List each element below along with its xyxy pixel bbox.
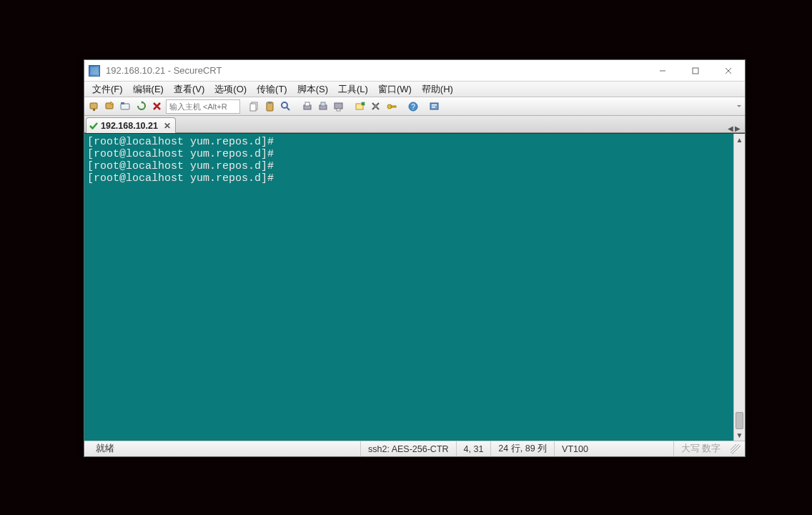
svg-point-15 (282, 102, 287, 108)
svg-point-26 (374, 104, 377, 108)
connect-tab-icon (120, 101, 132, 112)
terminal-area: [root@localhost yum.repos.d]#[root@local… (84, 133, 745, 441)
scroll-up-icon[interactable]: ▲ (734, 134, 745, 145)
disconnect-icon (152, 101, 163, 112)
svg-rect-18 (305, 102, 310, 106)
print-button[interactable] (300, 99, 315, 114)
svg-rect-12 (250, 104, 256, 111)
connect-icon (89, 101, 100, 112)
svg-rect-22 (337, 109, 340, 111)
menu-file[interactable]: 文件(F) (87, 82, 128, 97)
menu-edit[interactable]: 编辑(E) (128, 82, 169, 97)
svg-line-16 (287, 107, 289, 110)
reconnect-button[interactable] (134, 99, 149, 114)
status-cursor: 4, 31 (456, 441, 491, 456)
menu-script[interactable]: 脚本(S) (292, 82, 333, 97)
print-screen-button[interactable] (332, 99, 346, 114)
svg-rect-21 (335, 103, 342, 109)
reconnect-icon (136, 101, 147, 112)
app-icon (89, 65, 100, 77)
svg-rect-8 (121, 102, 124, 104)
scroll-down-icon[interactable]: ▼ (734, 429, 745, 441)
disconnect-button[interactable] (150, 99, 164, 114)
svg-rect-7 (121, 104, 129, 109)
svg-rect-5 (93, 109, 95, 111)
minimize-button[interactable] (646, 60, 679, 82)
print-icon (302, 101, 313, 112)
terminal-line: [root@localhost yum.repos.d]# (87, 160, 731, 172)
menu-view[interactable]: 查看(V) (169, 82, 209, 97)
close-button[interactable] (712, 60, 745, 82)
copy-button[interactable] (247, 99, 262, 114)
tab-next-button[interactable]: ▶ (735, 124, 741, 132)
toolbar-overflow[interactable] (736, 99, 742, 114)
terminal[interactable]: [root@localhost yum.repos.d]#[root@local… (84, 134, 733, 441)
status-crypto: ssh2: AES-256-CTR (360, 441, 456, 456)
toolbar: ? (84, 97, 745, 116)
session-options-icon (370, 101, 382, 112)
scroll-thumb[interactable] (736, 412, 743, 429)
session-options-button[interactable] (369, 99, 383, 114)
terminal-line: [root@localhost yum.repos.d]# (87, 172, 731, 185)
status-caps: 大写 数字 (673, 441, 728, 456)
help-icon: ? (407, 101, 419, 112)
find-icon (280, 101, 292, 112)
paste-icon (264, 101, 276, 112)
svg-rect-28 (391, 106, 396, 107)
connect-tab-button[interactable] (119, 99, 133, 114)
activator-button[interactable] (427, 99, 442, 114)
session-tab[interactable]: 192.168.10.21 ✕ (86, 117, 176, 133)
status-size: 24 行, 89 列 (490, 441, 554, 456)
public-key-button[interactable] (385, 99, 399, 114)
statusbar: 就绪 ssh2: AES-256-CTR 4, 31 24 行, 89 列 VT… (84, 441, 745, 456)
securecrt-window: 192.168.10.21 - SecureCRT 文件(F) 编辑(E) 查看… (84, 59, 746, 457)
host-input[interactable] (166, 99, 240, 114)
terminal-line: [root@localhost yum.repos.d]# (87, 148, 731, 160)
quick-connect-icon (104, 101, 116, 112)
connect-button[interactable] (87, 99, 102, 114)
menu-tools[interactable]: 工具(L) (333, 82, 373, 97)
svg-rect-20 (321, 102, 325, 106)
svg-rect-31 (430, 103, 438, 109)
close-icon (725, 67, 732, 74)
svg-rect-32 (432, 104, 437, 106)
resize-grip[interactable] (731, 444, 741, 454)
menu-options[interactable]: 选项(O) (209, 82, 252, 97)
titlebar: 192.168.10.21 - SecureCRT (84, 60, 745, 82)
maximize-button[interactable] (679, 60, 712, 82)
svg-rect-33 (432, 107, 435, 108)
terminal-line: [root@localhost yum.repos.d]# (87, 136, 731, 148)
status-term: VT100 (554, 441, 595, 456)
svg-rect-14 (268, 102, 272, 104)
tab-prev-button[interactable]: ◀ (728, 124, 733, 132)
menubar: 文件(F) 编辑(E) 查看(V) 选项(O) 传输(T) 脚本(S) 工具(L… (84, 82, 745, 97)
svg-text:?: ? (411, 103, 415, 111)
activator-icon (429, 101, 440, 112)
maximize-icon (692, 67, 699, 74)
help-button[interactable]: ? (406, 99, 420, 114)
new-session-button[interactable] (353, 99, 367, 114)
tab-nav: ◀ ▶ (728, 124, 745, 132)
print-selection-button[interactable] (316, 99, 330, 114)
quick-connect-button[interactable] (103, 99, 117, 114)
menu-help[interactable]: 帮助(H) (417, 82, 458, 97)
menu-transfer[interactable]: 传输(T) (252, 82, 292, 97)
tabbar: 192.168.10.21 ✕ ◀ ▶ (84, 116, 745, 133)
print-screen-icon (333, 101, 345, 112)
tab-close-button[interactable]: ✕ (164, 121, 171, 131)
status-ready: 就绪 (89, 441, 360, 456)
scroll-track[interactable] (734, 145, 745, 429)
paste-button[interactable] (263, 99, 277, 114)
minimize-icon (659, 67, 666, 74)
key-icon (386, 101, 397, 112)
menu-window[interactable]: 窗口(W) (373, 82, 417, 97)
tab-label: 192.168.10.21 (101, 121, 158, 131)
vertical-scrollbar[interactable]: ▲ ▼ (733, 134, 745, 441)
svg-rect-4 (90, 103, 97, 109)
print-selection-icon (317, 101, 329, 112)
svg-rect-1 (693, 68, 698, 74)
find-button[interactable] (279, 99, 293, 114)
copy-icon (249, 101, 260, 112)
window-title: 192.168.10.21 - SecureCRT (106, 65, 222, 76)
new-session-icon (355, 101, 366, 112)
